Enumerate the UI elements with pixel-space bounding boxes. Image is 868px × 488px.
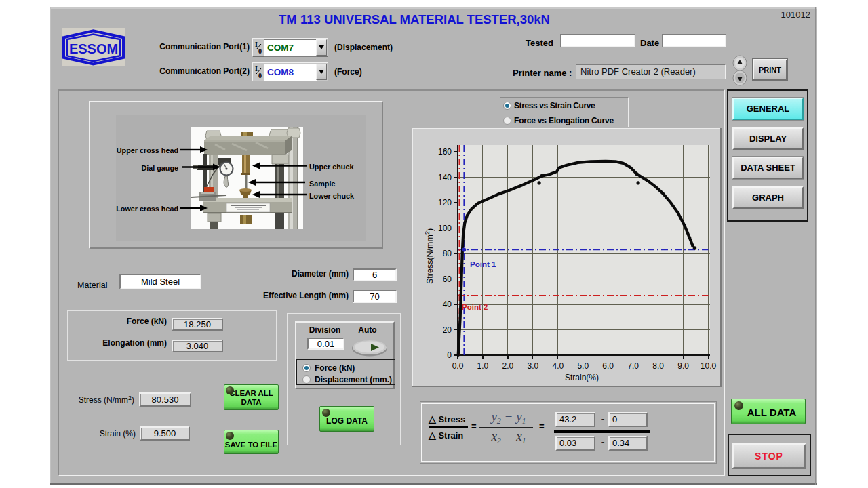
svg-text:1.0: 1.0 bbox=[477, 361, 489, 371]
svg-text:100: 100 bbox=[438, 224, 452, 233]
svg-text:7.0: 7.0 bbox=[627, 361, 639, 371]
svg-text:0.0: 0.0 bbox=[452, 361, 464, 371]
svg-text:8.0: 8.0 bbox=[652, 361, 664, 371]
svg-text:ESSOM: ESSOM bbox=[69, 41, 118, 56]
svg-text:6.0: 6.0 bbox=[602, 361, 614, 371]
svg-text:20: 20 bbox=[443, 325, 452, 335]
svg-text:Point 1: Point 1 bbox=[470, 260, 496, 268]
svg-text:0: 0 bbox=[258, 72, 262, 79]
svg-text:10.0: 10.0 bbox=[701, 361, 717, 371]
svg-text:I: I bbox=[255, 41, 258, 48]
svg-text:160: 160 bbox=[438, 147, 452, 157]
svg-text:120: 120 bbox=[438, 198, 452, 207]
svg-text:9.0: 9.0 bbox=[677, 361, 689, 371]
svg-text:40: 40 bbox=[443, 300, 452, 309]
svg-text:80: 80 bbox=[443, 249, 452, 258]
svg-text:I: I bbox=[255, 65, 258, 73]
svg-text:60: 60 bbox=[443, 274, 452, 284]
svg-text:5.0: 5.0 bbox=[577, 361, 589, 371]
svg-text:Stress(N/mm2): Stress(N/mm2) bbox=[424, 228, 435, 284]
svg-text:3.0: 3.0 bbox=[528, 361, 539, 371]
svg-text:140: 140 bbox=[438, 173, 452, 182]
svg-text:0: 0 bbox=[447, 350, 452, 360]
svg-text:Strain(%): Strain(%) bbox=[565, 373, 599, 382]
svg-text:0: 0 bbox=[258, 47, 262, 55]
svg-text:Point 2: Point 2 bbox=[462, 303, 488, 311]
svg-text:4.0: 4.0 bbox=[552, 361, 564, 371]
svg-text:2.0: 2.0 bbox=[502, 361, 514, 371]
